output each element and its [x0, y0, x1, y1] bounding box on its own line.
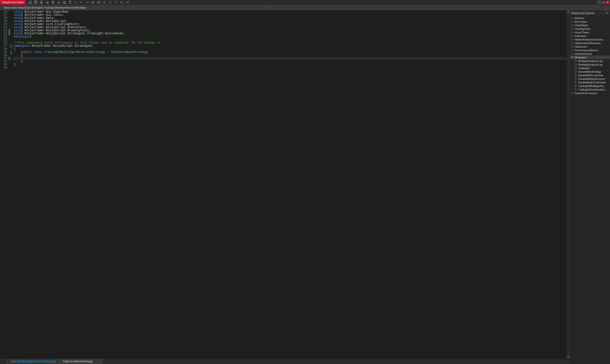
visual-studio-button[interactable] [125, 0, 130, 4]
code-editor[interactable]: using NinjaTrader.Gui.SuperDom;using Nin… [13, 11, 567, 358]
tree-folder[interactable]: Indicators [570, 34, 610, 38]
breadcrumb-member-dropdown[interactable] [268, 5, 610, 10]
cut-button[interactable] [56, 0, 61, 4]
code-line[interactable]: using NinjaTrader.Data; [13, 17, 567, 20]
document-tab[interactable]: TradingDJBollingerReversalStrategy [7, 359, 59, 364]
svg-rect-6 [41, 3, 42, 4]
code-line[interactable] [13, 57, 567, 60]
tree-item-label: DrawingTools [575, 27, 590, 30]
tree-folder[interactable]: Strategies [570, 55, 610, 59]
fold-cell [10, 41, 13, 45]
code-line[interactable]: namespace NinjaTrader.NinjaScript.Strate… [13, 45, 567, 48]
print-preview-button[interactable] [45, 0, 49, 4]
window-controls: − ▭ ✕ [597, 1, 610, 4]
fold-cell [10, 66, 13, 69]
tree-file[interactable]: SampleMultiTimeFrame [570, 80, 610, 84]
code-line[interactable]: //This namespace holds Strategies in thi… [13, 41, 567, 45]
save-all-button[interactable] [34, 0, 38, 4]
tree-file[interactable]: TradingDJBollingerRe... [570, 84, 610, 88]
tree-folder[interactable]: AddOns [570, 16, 610, 20]
tree-folder[interactable]: DrawingTools [570, 27, 610, 30]
tree-item-label: Indicators [575, 35, 586, 37]
pin-icon[interactable] [606, 12, 609, 14]
uncomment-button[interactable] [119, 0, 124, 4]
copy-button[interactable] [62, 0, 66, 4]
folder-icon [571, 16, 574, 20]
tree-folder[interactable]: PerformanceMetrics [570, 48, 610, 52]
tree-item-label: TradingDJ [578, 67, 590, 70]
outdent-button[interactable] [102, 0, 106, 4]
folder-icon [571, 49, 574, 52]
tree-folder[interactable]: SuperDomColumns [570, 91, 610, 95]
tree-item-label: TradingDJEmaSmaCro... [578, 88, 607, 91]
code-line[interactable]: } [13, 60, 567, 63]
tree-folder[interactable]: Optimizers [570, 45, 610, 48]
print-button[interactable] [39, 0, 44, 4]
maximize-button[interactable]: ▭ [601, 1, 605, 4]
fold-cell [10, 57, 13, 60]
scroll-up-button[interactable]: ▲ [567, 11, 570, 13]
code-line[interactable]: using NinjaTrader.Gui.SuperDom; [13, 11, 567, 13]
minimize-button[interactable]: − [597, 1, 601, 4]
redo-button[interactable] [85, 0, 89, 4]
paste-button[interactable] [68, 0, 72, 4]
title-bar: NinjaScript Editor − ▭ ✕ [0, 0, 610, 5]
document-tab[interactable]: TdjSourceBaseStrategy [60, 359, 96, 364]
code-line[interactable] [13, 66, 567, 69]
code-line[interactable]: using NinjaTrader.NinjaScript; [13, 20, 567, 23]
comment-button[interactable] [114, 0, 118, 4]
tree-folder[interactable]: TradingDJ [570, 66, 610, 70]
svg-rect-4 [40, 2, 42, 3]
breadcrumb-bar: NinjaTrader.NinjaScript.Strategies.Tradi… [0, 5, 610, 11]
code-line[interactable]: using NinjaTrader.Gui.Tools; [13, 13, 567, 17]
fold-cell [10, 17, 13, 20]
scroll-track[interactable] [567, 13, 570, 355]
tree-item-label: OptimizationFitnesses [575, 42, 600, 45]
tree-folder[interactable]: StrategyAnalyzerLog [570, 63, 610, 66]
code-line[interactable]: { [13, 54, 567, 57]
indent-button[interactable] [108, 0, 112, 4]
tree-folder[interactable]: OptimizationFitnesses [570, 41, 610, 45]
fold-cell [10, 54, 13, 57]
main-area: 16171819202122232425262728293031323334 −… [0, 11, 610, 364]
folder-icon [571, 56, 574, 59]
vertical-scrollbar[interactable]: ▲ ▼ [567, 11, 570, 358]
undo-button[interactable] [79, 0, 84, 4]
export-button[interactable] [91, 0, 95, 4]
folder-icon [571, 31, 574, 34]
scroll-down-button[interactable]: ▼ [567, 355, 570, 358]
code-line[interactable]: using NinjaTrader.NinjaScript.Indicators… [13, 26, 567, 29]
code-line[interactable]: using NinjaTrader.NinjaScript.Strategies… [13, 32, 567, 35]
tree-file[interactable]: TradingDJEmaSmaCro... [570, 88, 610, 91]
tree-folder[interactable]: BarsTypes [570, 20, 610, 23]
close-button[interactable]: ✕ [606, 1, 610, 4]
code-line[interactable]: } [13, 63, 567, 66]
tree-folder[interactable]: ChartStyles [570, 23, 610, 27]
tree-file[interactable]: SampleMACrossOver [570, 73, 610, 77]
toolbox-button[interactable] [96, 0, 101, 4]
code-line[interactable]: #endregion [13, 35, 567, 38]
fold-cell [10, 35, 13, 38]
tree-folder[interactable]: MarketAnalyzerColumns [570, 38, 610, 41]
tree-file[interactable]: SampleAtmStrategy [570, 70, 610, 73]
tree-item-label: SampleMACrossOver [578, 74, 603, 77]
tree-folder[interactable]: ImportTypes [570, 30, 610, 34]
tree-file[interactable]: SampleMultiInstrument [570, 77, 610, 80]
save-button[interactable] [28, 0, 32, 4]
code-line[interactable]: public class TradingDJBollingerReversalS… [13, 51, 567, 54]
page-setup-button[interactable] [51, 0, 55, 4]
file-icon [574, 74, 577, 77]
delete-button[interactable] [74, 0, 78, 4]
svg-rect-25 [98, 1, 99, 2]
breadcrumb-class-label: NinjaTrader.NinjaScript.Strategies.Tradi… [4, 6, 86, 9]
tree-folder[interactable]: StrategyAnalyzerLog [570, 59, 610, 63]
fold-cell [10, 60, 13, 63]
code-line[interactable]: using NinjaTrader.Core.FloatingPoint; [13, 23, 567, 26]
file-icon [574, 84, 577, 88]
tree-folder[interactable]: ShareServices [570, 52, 610, 55]
explorer-title: NinjaScript Explorer [571, 12, 595, 14]
breadcrumb-class-dropdown[interactable]: NinjaTrader.NinjaScript.Strategies.Tradi… [0, 5, 268, 10]
folder-icon [574, 66, 577, 70]
folder-icon [574, 59, 577, 63]
add-tab-button[interactable]: + [96, 359, 103, 364]
